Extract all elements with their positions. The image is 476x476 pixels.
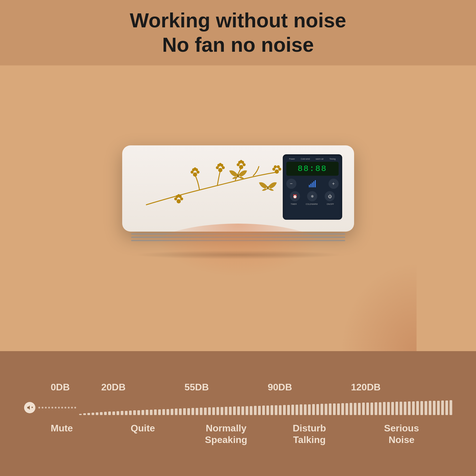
bar-unit-70 <box>370 403 373 415</box>
bar-unit-65 <box>350 403 352 415</box>
bottom-section: 0DB 20DB 55DB 90DB 120DB <box>0 351 476 476</box>
power-button[interactable]: ⏻ <box>325 191 335 201</box>
wall-shadow <box>327 247 417 351</box>
bars-visual-container <box>38 399 452 417</box>
bar-unit-86 <box>437 401 440 415</box>
bar-unit-2 <box>87 413 90 415</box>
control-row-1: − + <box>286 179 339 189</box>
mode-button[interactable]: ❄ <box>307 191 317 201</box>
label-power: Power <box>289 158 295 160</box>
svg-point-30 <box>267 186 269 189</box>
bar-unit-20 <box>162 409 165 415</box>
bar-unit-17 <box>150 410 153 415</box>
bar-unit-10 <box>121 411 123 415</box>
bar-unit-43 <box>258 406 261 415</box>
display-panel: Power Cold wind warm air Timing 88:88 − <box>283 154 342 220</box>
bar-unit-48 <box>279 405 282 415</box>
bar-unit-77 <box>400 402 402 415</box>
headline-line2: No fan no noise <box>130 33 346 57</box>
bar-unit-28 <box>196 408 198 415</box>
bar-unit-72 <box>379 402 381 415</box>
bar-unit-37 <box>233 406 236 415</box>
name-label-quite: Quite <box>101 422 185 434</box>
bar-unit-61 <box>333 403 336 415</box>
db-label-20: 20DB <box>101 382 185 393</box>
mute-icon <box>26 404 33 411</box>
bar-unit-71 <box>375 402 377 415</box>
db-label-120: 120DB <box>351 382 452 393</box>
bar-unit-79 <box>408 401 411 415</box>
bar-unit-13 <box>133 410 136 415</box>
bar-unit-54 <box>304 404 307 415</box>
bar-unit-29 <box>200 408 202 415</box>
timer-button[interactable]: ⏰ <box>290 191 300 201</box>
label-timing: Timing <box>329 158 336 160</box>
bar-unit-68 <box>362 403 365 415</box>
noise-chart: 0DB 20DB 55DB 90DB 120DB <box>24 382 452 445</box>
svg-point-29 <box>237 175 239 177</box>
bar-unit-87 <box>441 400 444 415</box>
name-label-normally: NormallySpeaking <box>185 422 268 445</box>
bar-unit-80 <box>412 401 415 415</box>
bar-unit-64 <box>345 403 348 415</box>
label-timer: TIMER <box>291 203 297 205</box>
warm-glow <box>149 224 327 277</box>
bar-dot-12 <box>74 407 76 409</box>
bar-unit-60 <box>329 403 332 415</box>
db-label-0: 0DB <box>51 382 101 393</box>
top-section: Working without noise No fan no noise <box>0 0 476 65</box>
bar-unit-41 <box>250 406 252 415</box>
bar-unit-23 <box>175 409 177 415</box>
bar-unit-59 <box>325 404 327 415</box>
db-labels-row: 0DB 20DB 55DB 90DB 120DB <box>24 382 452 393</box>
panel-bottom-labels: TIMER COLD/WARM ON/OFF <box>286 203 339 205</box>
bar-dot-1 <box>38 407 40 409</box>
svg-point-23 <box>177 199 181 203</box>
bar-unit-40 <box>246 406 248 415</box>
bar-dot-11 <box>71 407 73 409</box>
bar-dot-10 <box>68 407 70 409</box>
control-row-2: ⏰ ❄ ⏻ <box>286 191 339 201</box>
bar-unit-57 <box>316 404 319 415</box>
heater-container: Power Cold wind warm air Timing 88:88 − <box>122 145 354 259</box>
bar-unit-45 <box>266 406 269 415</box>
bar-dot-2 <box>42 407 43 409</box>
label-warm: warm air <box>316 158 324 160</box>
bar-unit-8 <box>112 411 115 415</box>
minus-button[interactable]: − <box>286 179 296 189</box>
svg-point-11 <box>219 163 221 165</box>
bar-unit-22 <box>171 409 173 415</box>
heater-body: Power Cold wind warm air Timing 88:88 − <box>122 145 354 232</box>
svg-point-6 <box>218 168 222 172</box>
bar-unit-78 <box>404 402 406 415</box>
bar-unit-35 <box>225 407 227 415</box>
bar-dot-3 <box>45 407 47 409</box>
dot-section <box>38 407 76 409</box>
bar-unit-84 <box>429 401 431 415</box>
bar-unit-85 <box>433 401 436 415</box>
bar-unit-33 <box>216 407 219 415</box>
headline: Working without noise No fan no noise <box>130 8 346 57</box>
bar-unit-21 <box>166 409 169 415</box>
lcd-digits: 88:88 <box>289 164 336 173</box>
bar-unit-11 <box>125 411 128 415</box>
plus-button[interactable]: + <box>329 179 339 189</box>
bar-unit-69 <box>366 403 369 415</box>
svg-point-18 <box>275 169 279 174</box>
bar-dot-8 <box>61 407 63 409</box>
svg-point-21 <box>274 165 277 168</box>
bar-row <box>24 399 452 417</box>
bar-dot-9 <box>65 407 66 409</box>
bar-unit-75 <box>391 402 394 415</box>
name-label-disturb: DisturbTalking <box>268 422 351 445</box>
bar-unit-14 <box>137 410 140 415</box>
bar-unit-74 <box>387 402 390 415</box>
bar-unit-58 <box>321 404 323 415</box>
bar-unit-82 <box>420 401 423 415</box>
svg-point-22 <box>277 165 280 168</box>
name-labels-row: Mute Quite NormallySpeaking DisturbTalki… <box>24 422 452 445</box>
bar-unit-66 <box>354 403 356 415</box>
bar-unit-50 <box>287 405 290 415</box>
bar-unit-73 <box>383 402 386 415</box>
bar-unit-49 <box>283 405 286 415</box>
